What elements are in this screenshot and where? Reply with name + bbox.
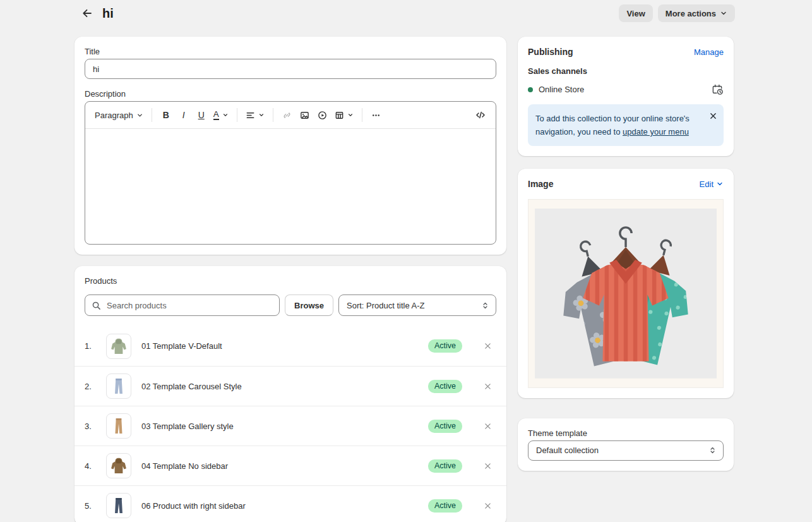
theme-template-label: Theme template — [528, 428, 724, 438]
close-icon — [484, 342, 492, 350]
remove-product-button[interactable] — [479, 377, 496, 395]
chevron-down-icon — [347, 112, 354, 118]
view-button[interactable]: View — [619, 4, 652, 22]
back-button[interactable] — [78, 4, 96, 22]
image-heading: Image — [528, 179, 553, 189]
arrow-left-icon — [81, 7, 93, 20]
table-icon — [335, 111, 344, 120]
updown-chevron-icon — [481, 301, 489, 310]
shirts-illustration — [535, 209, 717, 379]
edit-image-dropdown[interactable]: Edit — [700, 179, 724, 189]
close-icon — [484, 422, 492, 430]
close-icon — [709, 112, 717, 120]
status-badge: Active — [428, 459, 462, 473]
chevron-down-icon — [136, 112, 143, 119]
search-products-input[interactable] — [105, 300, 273, 311]
product-row: 5. 06 Product with right sidebar Active — [75, 485, 506, 522]
search-products-field[interactable] — [85, 294, 280, 316]
product-index: 1. — [85, 341, 100, 351]
underline-button[interactable]: U — [193, 106, 210, 124]
product-index: 2. — [85, 382, 100, 391]
sort-select[interactable]: Sort: Product title A-Z — [338, 294, 496, 316]
close-icon — [484, 462, 492, 470]
insert-link-button[interactable] — [278, 106, 296, 124]
schedule-publishing-button[interactable] — [712, 83, 724, 95]
top-bar: hi View More actions — [78, 4, 735, 23]
image-card: Image Edit — [518, 169, 734, 398]
search-icon — [92, 301, 101, 310]
more-actions-button[interactable]: More actions — [658, 4, 735, 22]
bold-button[interactable]: B — [157, 106, 175, 124]
editor-toolbar: Paragraph B I U A — [85, 102, 496, 129]
product-thumbnail — [106, 373, 131, 399]
toolbar-divider — [152, 108, 152, 122]
browse-button[interactable]: Browse — [285, 294, 333, 316]
calendar-clock-icon — [712, 83, 724, 95]
product-thumbnail — [106, 413, 131, 439]
alignment-button[interactable] — [242, 106, 268, 124]
image-icon — [300, 111, 309, 120]
remove-product-button[interactable] — [479, 457, 496, 475]
product-name: 06 Product with right sidebar — [141, 501, 428, 511]
manage-publishing-link[interactable]: Manage — [694, 47, 724, 57]
title-description-card: Title Description Paragraph B I — [75, 37, 506, 255]
underline-icon: U — [198, 110, 205, 120]
product-index: 5. — [85, 501, 100, 511]
remove-product-button[interactable] — [479, 337, 496, 355]
description-editor: Paragraph B I U A — [85, 101, 496, 245]
toolbar-divider — [362, 108, 362, 122]
product-row: 4. 04 Template No sidebar Active — [75, 446, 506, 485]
theme-template-card: Theme template Default collection — [518, 418, 734, 471]
products-card: Products Browse Sort: Product title A-Z — [75, 266, 506, 522]
code-icon — [475, 110, 486, 120]
publishing-heading: Publishing — [528, 47, 573, 57]
align-text-icon — [246, 111, 255, 120]
remove-product-button[interactable] — [479, 417, 496, 435]
chevron-down-icon — [720, 9, 727, 17]
updown-chevron-icon — [708, 446, 717, 454]
italic-icon: I — [182, 110, 185, 120]
product-thumbnail — [106, 493, 131, 518]
dismiss-banner-button[interactable] — [708, 111, 719, 121]
chevron-down-icon — [716, 180, 724, 188]
status-badge: Active — [428, 499, 462, 513]
chevron-down-icon — [222, 112, 229, 118]
product-list: 1. 01 Template V-Default Active 2. 02 Te… — [75, 326, 506, 522]
bold-icon: B — [163, 110, 169, 120]
more-formatting-button[interactable] — [367, 106, 385, 124]
description-textarea[interactable] — [85, 129, 496, 244]
text-color-icon: A — [213, 110, 219, 120]
collection-image[interactable] — [528, 199, 724, 388]
ellipsis-icon — [371, 111, 381, 120]
show-html-button[interactable] — [472, 106, 489, 124]
sales-channel-row: Online Store — [528, 83, 724, 95]
insert-table-button[interactable] — [331, 106, 357, 124]
close-icon — [484, 382, 492, 391]
channel-name: Online Store — [539, 85, 584, 94]
toolbar-divider — [273, 108, 273, 122]
product-row: 3. 03 Template Gallery style Active — [75, 406, 506, 446]
paragraph-style-dropdown[interactable]: Paragraph — [92, 106, 146, 124]
product-row: 1. 01 Template V-Default Active — [75, 326, 506, 366]
product-name: 02 Template Carousel Style — [141, 382, 428, 391]
italic-button[interactable]: I — [175, 106, 193, 124]
product-thumbnail — [106, 334, 131, 359]
update-your-menu-link[interactable]: update your menu — [623, 127, 689, 137]
page-title: hi — [102, 6, 114, 21]
status-badge: Active — [428, 380, 462, 393]
navigation-info-banner: To add this collection to your online st… — [528, 104, 724, 146]
insert-video-button[interactable] — [314, 106, 331, 124]
toolbar-divider — [237, 108, 237, 122]
title-input[interactable] — [85, 59, 496, 79]
insert-image-button[interactable] — [296, 106, 314, 124]
status-badge: Active — [428, 420, 462, 433]
text-color-button[interactable]: A — [210, 106, 232, 124]
video-play-icon — [318, 111, 327, 120]
product-name: 03 Template Gallery style — [141, 422, 428, 431]
products-heading: Products — [75, 266, 506, 286]
theme-template-select[interactable]: Default collection — [528, 440, 724, 461]
remove-product-button[interactable] — [479, 497, 496, 514]
product-thumbnail — [106, 453, 131, 478]
product-index: 3. — [85, 422, 100, 431]
product-name: 04 Template No sidebar — [141, 461, 428, 471]
